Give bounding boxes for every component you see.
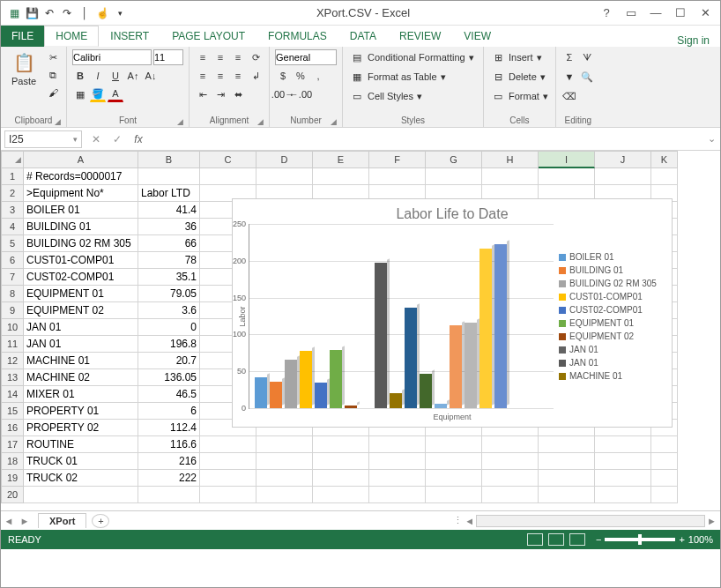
format-as-table-button[interactable]: ▦Format as Table ▾ — [348, 69, 478, 85]
minimize-icon[interactable]: — — [648, 5, 664, 21]
insert-cells-button[interactable]: ⊞Insert ▾ — [489, 49, 550, 65]
formula-input[interactable] — [149, 130, 702, 148]
cell[interactable]: 112.4 — [138, 420, 200, 436]
cell[interactable] — [482, 436, 539, 453]
enter-formula-icon[interactable]: ✓ — [107, 130, 128, 148]
cell[interactable]: # Records=0000017 — [24, 168, 138, 185]
row-header-6[interactable]: 6 — [1, 252, 24, 269]
tab-view[interactable]: VIEW — [452, 26, 502, 47]
cell[interactable] — [256, 168, 313, 185]
row-header-17[interactable]: 17 — [1, 436, 24, 453]
cell[interactable]: >Equipment No* — [24, 185, 138, 202]
horizontal-scrollbar[interactable] — [476, 515, 705, 527]
col-header-G[interactable]: G — [426, 151, 482, 168]
cell[interactable] — [651, 436, 678, 453]
help-icon[interactable]: ? — [598, 5, 614, 21]
hscroll-right-icon[interactable]: ► — [707, 516, 717, 526]
zoom-level[interactable]: 100% — [688, 534, 713, 545]
col-header-J[interactable]: J — [595, 151, 651, 168]
cell[interactable]: 36 — [138, 219, 200, 235]
cell[interactable]: 78 — [138, 252, 200, 269]
cell[interactable]: 35.1 — [138, 269, 200, 286]
cell[interactable] — [426, 436, 482, 453]
format-painter-icon[interactable]: 🖌 — [45, 85, 61, 100]
cell[interactable]: 116.6 — [138, 436, 200, 453]
cell[interactable]: 66 — [138, 235, 200, 252]
alignment-launcher-icon[interactable]: ◢ — [257, 117, 264, 126]
cut-icon[interactable]: ✂ — [45, 49, 61, 65]
cell[interactable] — [482, 453, 539, 470]
cell[interactable] — [256, 453, 313, 470]
align-top-icon[interactable]: ≡ — [195, 49, 211, 65]
cell[interactable] — [651, 470, 678, 487]
col-header-F[interactable]: F — [369, 151, 426, 168]
tab-page-layout[interactable]: PAGE LAYOUT — [160, 26, 256, 47]
cell[interactable] — [256, 487, 313, 503]
cell[interactable] — [313, 470, 369, 487]
cell[interactable] — [651, 168, 678, 185]
sign-in-link[interactable]: Sign in — [677, 34, 720, 47]
row-header-7[interactable]: 7 — [1, 269, 24, 286]
cell[interactable] — [200, 470, 256, 487]
cell[interactable]: CUST01-COMP01 — [24, 252, 138, 269]
hscroll-left-icon[interactable]: ◄ — [465, 516, 474, 526]
cell[interactable] — [595, 453, 651, 470]
align-left-icon[interactable]: ≡ — [195, 68, 211, 84]
cell[interactable]: BUILDING 01 — [24, 219, 138, 235]
col-header-I[interactable]: I — [539, 151, 595, 168]
cell[interactable]: EQUIPMENT 02 — [24, 302, 138, 319]
row-header-13[interactable]: 13 — [1, 369, 24, 386]
cell[interactable] — [426, 168, 482, 185]
col-header-C[interactable]: C — [200, 151, 256, 168]
font-size-select[interactable] — [153, 49, 183, 65]
align-right-icon[interactable]: ≡ — [230, 68, 246, 84]
cell[interactable] — [200, 453, 256, 470]
close-icon[interactable]: ✕ — [697, 5, 713, 21]
cell[interactable]: BOILER 01 — [24, 202, 138, 219]
tab-home[interactable]: HOME — [44, 26, 99, 47]
fx-icon[interactable]: fx — [128, 130, 149, 148]
name-box[interactable]: I25▾ — [4, 130, 82, 148]
row-header-10[interactable]: 10 — [1, 319, 24, 336]
page-break-view-icon[interactable] — [569, 533, 585, 546]
sheet-tab-active[interactable]: XPort — [38, 513, 86, 528]
row-header-15[interactable]: 15 — [1, 403, 24, 420]
border-icon[interactable]: ▦ — [72, 86, 88, 102]
cancel-formula-icon[interactable]: ✕ — [85, 130, 107, 148]
row-header-14[interactable]: 14 — [1, 386, 24, 403]
save-icon[interactable]: 💾 — [24, 5, 40, 21]
cell[interactable] — [539, 487, 595, 503]
sheet-nav-next-icon[interactable]: ► — [17, 516, 33, 526]
shrink-font-icon[interactable]: A↓ — [143, 68, 159, 84]
row-header-2[interactable]: 2 — [1, 185, 24, 202]
cell[interactable]: 222 — [138, 470, 200, 487]
cell[interactable]: TRUCK 01 — [24, 453, 138, 470]
cell[interactable] — [482, 487, 539, 503]
find-select-icon[interactable]: 🔍 — [579, 69, 595, 85]
expand-formula-bar-icon[interactable]: ⌄ — [702, 133, 720, 145]
cell[interactable] — [24, 487, 138, 503]
cell[interactable]: PROPERTY 01 — [24, 403, 138, 420]
redo-icon[interactable]: ↷ — [59, 5, 75, 21]
cell[interactable]: ROUTINE — [24, 436, 138, 453]
cell[interactable] — [595, 436, 651, 453]
cell[interactable]: Labor LTD — [138, 185, 200, 202]
row-header-11[interactable]: 11 — [1, 336, 24, 353]
zoom-out-icon[interactable]: − — [596, 534, 601, 545]
fill-icon[interactable]: ▼ — [561, 69, 577, 85]
cell[interactable]: 196.8 — [138, 336, 200, 353]
undo-icon[interactable]: ↶ — [41, 5, 57, 21]
font-launcher-icon[interactable]: ◢ — [177, 117, 183, 126]
cell[interactable] — [651, 487, 678, 503]
cell[interactable]: EQUIPMENT 01 — [24, 286, 138, 302]
percent-icon[interactable]: % — [293, 68, 308, 84]
cell-styles-button[interactable]: ▭Cell Styles ▾ — [348, 88, 478, 104]
grow-font-icon[interactable]: A↑ — [125, 68, 141, 84]
row-header-3[interactable]: 3 — [1, 202, 24, 219]
embedded-chart[interactable]: Labor Life to Date Labor 050100150200250… — [232, 198, 673, 428]
cell[interactable] — [369, 487, 426, 503]
cell[interactable] — [369, 453, 426, 470]
row-header-12[interactable]: 12 — [1, 353, 24, 369]
new-sheet-icon[interactable]: + — [92, 514, 109, 528]
row-header-9[interactable]: 9 — [1, 302, 24, 319]
